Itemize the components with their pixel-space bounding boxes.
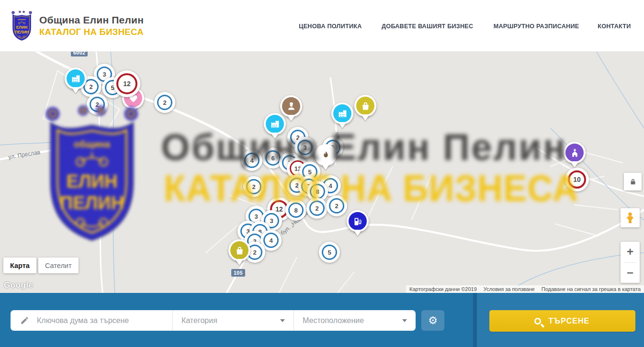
attribution-copyright: Картографски данни ©2019 [406, 286, 480, 292]
site-subtitle: КАТАЛОГ НА БИЗНЕСА [39, 27, 144, 37]
building-icon [270, 119, 280, 129]
map-lock-button[interactable] [624, 173, 642, 190]
map-cluster-marker[interactable]: 2 [87, 94, 108, 115]
site-title: Община Елин Пелин [39, 14, 144, 26]
pin-tail [129, 107, 137, 117]
pin-tail [361, 114, 370, 125]
category-select-value: Категория [181, 316, 217, 325]
bag-icon [361, 101, 371, 111]
chevron-down-icon [402, 319, 407, 322]
municipality-emblem-icon [11, 10, 33, 42]
worker-icon [286, 101, 296, 112]
map-type-satellite-button[interactable]: Сателит [38, 257, 79, 273]
building-icon [338, 109, 348, 119]
map-cluster-marker[interactable]: 2 [154, 92, 175, 113]
flame-icon [321, 150, 331, 160]
map-pin-flame[interactable] [315, 144, 337, 166]
pin-tail [570, 161, 579, 172]
search-input-group: Категория Местоположение [11, 310, 416, 331]
map-markers-layer: 3 2 5 12 2 2 2 3 5 6 4 7 13 5 2 2 7 4 [0, 52, 644, 293]
map-type-control: Карта Сателит [3, 257, 79, 273]
map-cluster-marker[interactable]: 5 [319, 242, 340, 263]
lock-icon [629, 178, 637, 186]
pin-tail [287, 115, 295, 125]
map-pin-building[interactable] [331, 102, 353, 124]
pin-tail [235, 259, 244, 269]
church-icon [570, 148, 580, 158]
map-pin-building[interactable] [65, 67, 87, 90]
map-cluster-marker[interactable]: 2 [306, 198, 328, 219]
pin-tail [353, 230, 362, 240]
map-type-map-button[interactable]: Карта [3, 257, 36, 273]
building-icon [71, 74, 81, 84]
attribution-terms-link[interactable]: Условия за ползване [480, 286, 538, 292]
location-select-value: Местоположение [303, 316, 364, 325]
bag-icon [235, 246, 245, 256]
search-submit-panel: ТЪРСЕНЕ [473, 293, 644, 347]
pin-tail [71, 87, 80, 98]
nav-item-contacts[interactable]: КОНТАКТИ [598, 22, 631, 30]
zoom-out-button[interactable]: − [621, 263, 640, 283]
search-submit-label: ТЪРСЕНЕ [548, 316, 589, 326]
map-cluster-marker[interactable]: 4 [241, 150, 262, 171]
site-logo[interactable]: Община Елин Пелин КАТАЛОГ НА БИЗНЕСА [11, 10, 144, 42]
site-header: Община Елин Пелин КАТАЛОГ НА БИЗНЕСА ЦЕН… [0, 0, 644, 52]
nav-item-add-business[interactable]: ДОБАВЕТЕ ВАШИЯТ БИЗНЕС [382, 22, 473, 30]
nav-item-schedule[interactable]: МАРШРУТНО РАЗПИСАНИЕ [494, 22, 579, 30]
keyword-input[interactable] [36, 316, 172, 325]
map-pin-building[interactable] [264, 113, 286, 135]
chevron-down-icon [280, 319, 285, 322]
search-submit-button[interactable]: ТЪРСЕНЕ [489, 310, 635, 332]
map-canvas[interactable]: 6002 105 ул. Преслав бул. „Новосел ци 3 … [0, 52, 644, 293]
nav-item-pricing[interactable]: ЦЕНОВА ПОЛИТИКА [299, 22, 362, 30]
location-select[interactable]: Местоположение [294, 310, 416, 331]
pin-tail [338, 122, 347, 133]
map-cluster-marker[interactable]: 8 [285, 200, 306, 221]
map-pin-church[interactable] [564, 142, 586, 164]
map-pin-bag[interactable] [354, 95, 376, 117]
search-icon [534, 318, 541, 325]
search-bar: Категория Местоположение ⚙ ТЪРСЕНЕ [0, 293, 644, 347]
map-attribution: Картографски данни ©2019 Условия за полз… [406, 285, 644, 293]
attribution-report-error-link[interactable]: Подаване на сигнал за грешка в картата [538, 286, 644, 292]
map-cluster-marker[interactable]: 12 [113, 70, 140, 97]
google-logo[interactable]: Google [4, 280, 34, 290]
main-nav: ЦЕНОВА ПОЛИТИКА ДОБАВЕТЕ ВАШИЯТ БИЗНЕС М… [297, 0, 632, 52]
map-pin-fuel[interactable] [347, 210, 369, 232]
keyword-field[interactable] [11, 310, 172, 331]
map-cluster-marker[interactable]: 2 [243, 176, 264, 197]
pegman-icon [625, 212, 635, 224]
map-cluster-marker[interactable]: 3 [294, 137, 316, 158]
category-select[interactable]: Категория [172, 310, 294, 331]
map-cluster-marker[interactable]: 2 [326, 195, 347, 216]
map-pin-bag[interactable] [228, 239, 250, 261]
zoom-in-button[interactable]: + [621, 242, 640, 262]
pin-tail [321, 164, 330, 174]
map-zoom-control: + − [621, 242, 640, 283]
search-settings-button[interactable]: ⚙ [421, 310, 444, 331]
pencil-icon [20, 316, 29, 325]
pin-tail [271, 133, 279, 143]
gear-icon: ⚙ [428, 315, 438, 326]
fuel-icon [353, 216, 363, 226]
street-view-pegman-button[interactable] [621, 208, 640, 227]
